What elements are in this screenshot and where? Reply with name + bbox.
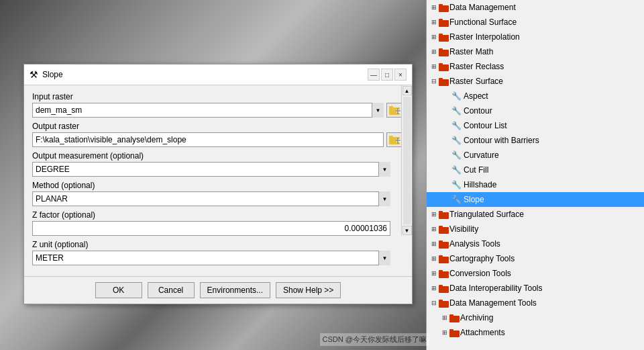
- tree-label-hillshade: Hillshade: [464, 179, 496, 191]
- expand-icon-fs: ⊞: [429, 17, 439, 27]
- svg-rect-23: [439, 285, 443, 287]
- tree-label-visibility: Visibility: [449, 223, 478, 235]
- tree-label-triangulated-surface: Triangulated Surface: [449, 208, 524, 220]
- svg-rect-4: [439, 35, 449, 42]
- svg-rect-10: [439, 79, 449, 86]
- svg-rect-29: [449, 329, 453, 331]
- show-help-button[interactable]: Show Help >>: [276, 282, 341, 298]
- svg-rect-31: [389, 106, 393, 108]
- output-measurement-select[interactable]: DEGREE: [32, 162, 390, 177]
- tree-item-contour-list[interactable]: 🔧 Contour List: [427, 118, 644, 133]
- expand-icon-at: ⊞: [429, 239, 439, 249]
- tree-item-raster-surface[interactable]: ⊟ Raster Surface: [427, 74, 644, 89]
- tree-item-analysis-tools[interactable]: ⊞ Analysis Tools: [427, 236, 644, 251]
- tree-label-raster-reclass: Raster Reclass: [449, 60, 504, 73]
- wrench-icon-curvature: 🔧: [451, 150, 462, 160]
- dialog-title: ⚒ Slope: [30, 69, 63, 80]
- expand-icon-dmt: ⊟: [429, 298, 439, 308]
- z-factor-label: Z factor (optional): [32, 210, 404, 220]
- output-raster-input[interactable]: [32, 132, 384, 147]
- svg-rect-16: [439, 242, 449, 249]
- wrench-icon-slope: 🔧: [451, 195, 462, 204]
- tree-item-aspect[interactable]: 🔧 Aspect: [427, 89, 644, 103]
- input-raster-input-row: dem_ma_sm ▼: [32, 103, 404, 118]
- environments-button[interactable]: Environments...: [200, 282, 270, 298]
- tree-item-cut-fill[interactable]: 🔧 Cut Fill: [427, 163, 644, 177]
- input-raster-label: Input raster: [32, 92, 404, 101]
- tree-label-data-management: Data Management: [449, 1, 516, 13]
- svg-rect-26: [449, 316, 460, 322]
- restore-button[interactable]: □: [381, 69, 393, 81]
- watermark: CSDN @今天你发际线后移了嘛: [320, 333, 429, 346]
- tree-label-archiving: Archiving: [460, 312, 493, 324]
- tree-item-raster-interpolation[interactable]: ⊞ Raster Interpolation: [427, 30, 644, 44]
- cancel-button[interactable]: Cancel: [148, 282, 195, 298]
- tree-item-contour-barriers[interactable]: 🔧 Contour with Barriers: [427, 133, 644, 148]
- z-factor-input[interactable]: [32, 221, 390, 236]
- folder-icon-rs: [439, 77, 449, 86]
- tree-item-raster-math[interactable]: ⊞ Raster Math: [427, 44, 644, 59]
- input-raster-select[interactable]: dem_ma_sm: [32, 103, 384, 118]
- dialog-scrollbar[interactable]: ▲ ▼: [401, 85, 412, 236]
- tree-item-curvature[interactable]: 🔧 Curvature: [427, 148, 644, 163]
- tree-item-slope[interactable]: 🔧 Slope: [427, 192, 644, 207]
- method-select-wrapper: PLANAR ▼: [32, 191, 390, 206]
- tree-item-functional-surface[interactable]: ⊞ Functional Surface: [427, 15, 644, 30]
- expand-icon-cv: ⊞: [429, 269, 439, 278]
- tree-item-data-mgmt-tools[interactable]: ⊟ Data Management Tools: [427, 296, 644, 310]
- tree-item-contour[interactable]: 🔧 Contour: [427, 103, 644, 118]
- z-unit-select-wrapper: METER ▼: [32, 251, 390, 265]
- dialog-titlebar[interactable]: ⚒ Slope — □ ×: [24, 64, 412, 85]
- minimize-button[interactable]: —: [368, 69, 380, 81]
- tree-item-cartography-tools[interactable]: ⊞ Cartography Tools: [427, 251, 644, 266]
- output-measurement-row: Output measurement (optional) DEGREE ▼: [32, 151, 404, 177]
- close-button[interactable]: ×: [394, 69, 407, 81]
- svg-rect-14: [439, 227, 449, 234]
- scroll-down-arrow[interactable]: ▼: [402, 226, 412, 235]
- tree-label-raster-math: Raster Math: [449, 46, 493, 58]
- wrench-icon-contour: 🔧: [451, 106, 462, 116]
- slope-dialog: ⚒ Slope — □ × ▲ ▼ Input raster dem_ma_sm: [23, 64, 413, 304]
- ok-button[interactable]: OK: [95, 282, 142, 298]
- z-unit-select[interactable]: METER: [32, 251, 390, 265]
- folder-icon-vis: [439, 225, 449, 234]
- expand-icon-attch: ⊞: [440, 328, 449, 337]
- tree-item-archiving[interactable]: ⊞ Archiving: [427, 310, 644, 325]
- scroll-up-arrow[interactable]: ▲: [402, 86, 412, 95]
- tree-item-hillshade[interactable]: 🔧 Hillshade: [427, 177, 644, 192]
- browse-folder-icon: [389, 105, 401, 116]
- tree-item-attachments[interactable]: ⊞ Attachments: [427, 325, 644, 340]
- wrench-icon-contour-barriers: 🔧: [451, 136, 462, 145]
- tree-item-conversion-tools[interactable]: ⊞ Conversion Tools: [427, 266, 644, 281]
- tree-label-data-mgmt-tools: Data Management Tools: [449, 297, 537, 309]
- svg-rect-7: [439, 48, 443, 50]
- svg-rect-24: [439, 301, 449, 308]
- tree-label-contour-barriers: Contour with Barriers: [464, 134, 539, 146]
- tree-item-visibility[interactable]: ⊞ Visibility: [427, 222, 644, 236]
- expand-icon-vis: ⊞: [429, 224, 439, 234]
- wrench-icon-aspect: 🔧: [451, 91, 462, 101]
- folder-icon-at: [439, 240, 449, 249]
- svg-rect-25: [439, 300, 443, 302]
- svg-rect-28: [449, 331, 460, 337]
- svg-rect-3: [439, 19, 443, 21]
- expand-icon-rm: ⊞: [429, 47, 439, 56]
- folder-icon-ts: [439, 210, 449, 219]
- input-raster-row: Input raster dem_ma_sm ▼: [32, 92, 404, 118]
- folder-icon-fs: [439, 18, 449, 27]
- tree-item-triangulated-surface[interactable]: ⊞ Triangulated Surface: [427, 207, 644, 222]
- svg-rect-13: [439, 211, 443, 213]
- z-unit-label: Z unit (optional): [32, 240, 404, 249]
- method-select[interactable]: PLANAR: [32, 191, 390, 206]
- tree-label-raster-surface: Raster Surface: [449, 75, 503, 87]
- folder-icon-dmt: [439, 299, 449, 308]
- tree-item-raster-reclass[interactable]: ⊞ Raster Reclass: [427, 59, 644, 74]
- svg-rect-9: [439, 63, 443, 65]
- tree-item-data-interop-tools[interactable]: ⊞ Data Interoperability Tools: [427, 281, 644, 296]
- z-factor-row: Z factor (optional): [32, 210, 404, 236]
- method-row: Method (optional) PLANAR ▼: [32, 181, 404, 206]
- folder-icon-rm: [439, 48, 449, 56]
- tree-label-contour-list: Contour List: [464, 120, 507, 132]
- expand-icon-rr: ⊞: [429, 62, 439, 71]
- tree-item-data-management[interactable]: ⊞ Data Management: [427, 0, 644, 15]
